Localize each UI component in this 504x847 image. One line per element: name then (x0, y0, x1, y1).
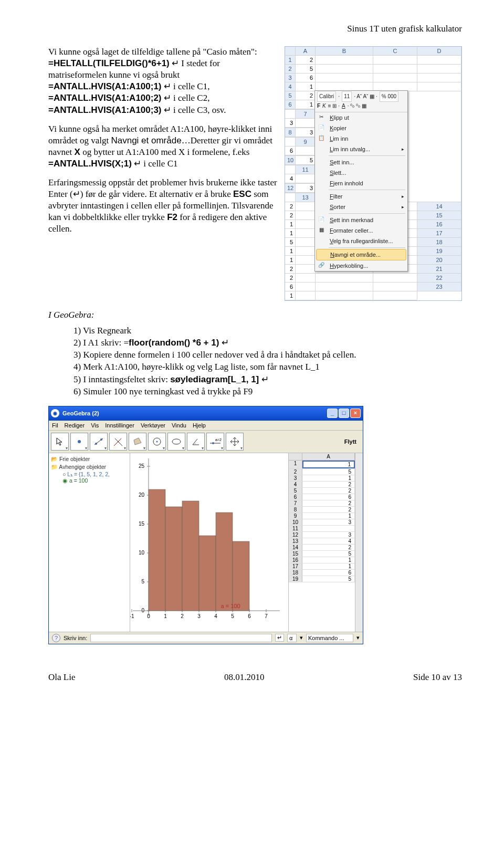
svg-text:25: 25 (139, 463, 145, 469)
tool-point[interactable] (70, 433, 88, 451)
tool-conic[interactable] (167, 433, 185, 451)
graphics-view[interactable]: 2520151050-101234567a = 100 (130, 453, 288, 632)
input-field[interactable] (90, 634, 272, 642)
svg-rect-50 (233, 541, 249, 611)
page-header: Sinus 1T uten grafisk kalkulator (48, 23, 462, 35)
menu-bar[interactable]: FilRedigerVisInnstillingerVerktøyerVindu… (49, 421, 363, 431)
app-icon: ◉ (51, 409, 59, 417)
context-item[interactable]: Sett inn... (315, 157, 407, 168)
svg-text:4: 4 (214, 613, 217, 619)
free-objects-folder[interactable]: 📂 Frie objekter (51, 455, 128, 463)
sheet-row[interactable]: 25 (289, 469, 355, 475)
sheet-row[interactable]: 161 (289, 557, 355, 563)
dependent-objects-folder[interactable]: 📁 Avhengige objekter (51, 463, 128, 471)
context-item[interactable]: Navngi et område... (316, 249, 406, 260)
context-item[interactable]: Filter (315, 191, 407, 202)
svg-text:6: 6 (248, 613, 251, 619)
close-button[interactable]: × (350, 409, 361, 418)
titlebar[interactable]: ◉ GeoGebra (2) _ □ × (49, 406, 363, 421)
context-item[interactable]: 📋Lim inn (315, 133, 407, 144)
svg-text:3: 3 (197, 613, 201, 619)
sheet-row[interactable]: 103 (289, 519, 355, 526)
tool-slider[interactable]: a=2 (206, 433, 224, 451)
tool-angle[interactable] (187, 433, 205, 451)
menu-item[interactable]: Fil (52, 422, 58, 428)
menu-item[interactable]: Innstillinger (105, 422, 134, 428)
spreadsheet-view[interactable]: A 11253142526672829110311123134142155161… (288, 453, 355, 632)
tool-line[interactable] (90, 433, 108, 451)
step-item: 4) Merk A1:A100, høyre-klikk og velg Lag… (74, 361, 462, 373)
help-icon[interactable]: ? (52, 634, 60, 642)
main-text: Vi kunne også laget de tilfeldige tallen… (48, 46, 278, 242)
menu-item[interactable]: Vindu (172, 422, 186, 428)
menu-item[interactable]: Rediger (65, 422, 85, 428)
context-item[interactable]: 📄Sett inn merknad (315, 215, 407, 225)
tool-poly[interactable] (129, 433, 146, 451)
minimize-button[interactable]: _ (327, 409, 338, 418)
sheet-row[interactable]: 142 (289, 545, 355, 551)
context-item[interactable]: ▦Formater celler... (315, 225, 407, 236)
list-object[interactable]: ○ L₁ = {1, 5, 1, 2, 2, (51, 471, 128, 477)
page-footer: Ola Lie08.01.2010Side 10 av 13 (48, 672, 462, 683)
svg-point-0 (78, 440, 81, 443)
geogebra-window: ◉ GeoGebra (2) _ □ × FilRedigerVisInnsti… (48, 406, 363, 644)
context-item[interactable]: 📄Kopier (315, 123, 407, 133)
svg-rect-49 (216, 513, 233, 611)
svg-rect-46 (165, 507, 182, 611)
input-bar[interactable]: ? Skriv inn: ↵ ▾ ▾ (49, 632, 363, 644)
svg-point-11 (212, 442, 214, 444)
svg-text:7: 7 (265, 613, 268, 619)
sheet-row[interactable]: 91 (289, 513, 355, 519)
tool-move[interactable] (51, 433, 69, 451)
maximize-button[interactable]: □ (339, 409, 349, 418)
context-item[interactable]: ✂Klipp ut (315, 112, 407, 123)
sheet-row[interactable]: 72 (289, 500, 355, 507)
tool-perp[interactable] (109, 433, 127, 451)
tool-label: Flytt (344, 438, 361, 445)
context-item[interactable]: Lim inn utvalg... (315, 144, 407, 154)
sheet-row[interactable]: 11 (289, 461, 355, 469)
svg-point-9 (172, 439, 181, 444)
tool-circle[interactable] (148, 433, 166, 451)
scrollbar[interactable] (355, 453, 363, 632)
sheet-row[interactable]: 134 (289, 538, 355, 545)
svg-text:a = 100: a = 100 (221, 603, 240, 609)
sheet-row[interactable]: 171 (289, 563, 355, 570)
algebra-view[interactable]: 📂 Frie objekter 📁 Avhengige objekter ○ L… (49, 453, 130, 632)
svg-text:15: 15 (139, 521, 145, 527)
geogebra-heading: I GeoGebra: (48, 309, 462, 321)
sheet-row[interactable]: 155 (289, 551, 355, 557)
svg-text:20: 20 (139, 492, 145, 498)
number-object[interactable]: ◉ a = 100 (51, 477, 128, 484)
sheet-row[interactable]: 82 (289, 507, 355, 513)
sheet-row[interactable]: 52 (289, 488, 355, 494)
context-item[interactable]: Velg fra rullegardinliste... (315, 236, 407, 246)
sheet-row[interactable]: 42 (289, 482, 355, 488)
sheet-row[interactable]: 11 (289, 526, 355, 532)
context-item[interactable]: Fjern innhold (315, 178, 407, 189)
step-item: 3) Kopiere denne formelen i 100 celler n… (74, 349, 462, 361)
menu-item[interactable]: Verktøyer (141, 422, 165, 428)
sheet-row[interactable]: 31 (289, 475, 355, 482)
sheet-row[interactable]: 186 (289, 570, 355, 576)
svg-point-3 (100, 438, 102, 441)
sheet-row[interactable]: 195 (289, 576, 355, 582)
sheet-row[interactable]: 123 (289, 532, 355, 538)
svg-text:-1: -1 (130, 613, 134, 619)
command-select[interactable] (306, 634, 353, 642)
context-item[interactable]: 🔗Hyperkobling... (315, 260, 407, 271)
step-item: 6) Simuler 100 nye terningkast ved å try… (74, 386, 462, 398)
paragraph-1: Vi kunne også laget de tilfeldige tallen… (48, 46, 278, 116)
context-item[interactable]: Slett... (315, 168, 407, 178)
toolbar[interactable]: a=2 Flytt (49, 431, 363, 453)
menu-item[interactable]: Hjelp (193, 422, 206, 428)
col-header[interactable]: A (302, 453, 355, 460)
input-label: Skriv inn: (64, 635, 87, 641)
tool-move-view[interactable] (226, 433, 244, 451)
svg-text:2: 2 (181, 613, 184, 619)
alpha-select[interactable] (287, 634, 297, 642)
menu-item[interactable]: Vis (91, 422, 99, 428)
sheet-row[interactable]: 66 (289, 494, 355, 500)
context-item[interactable]: Sorter (315, 202, 407, 212)
svg-text:0: 0 (147, 613, 150, 619)
